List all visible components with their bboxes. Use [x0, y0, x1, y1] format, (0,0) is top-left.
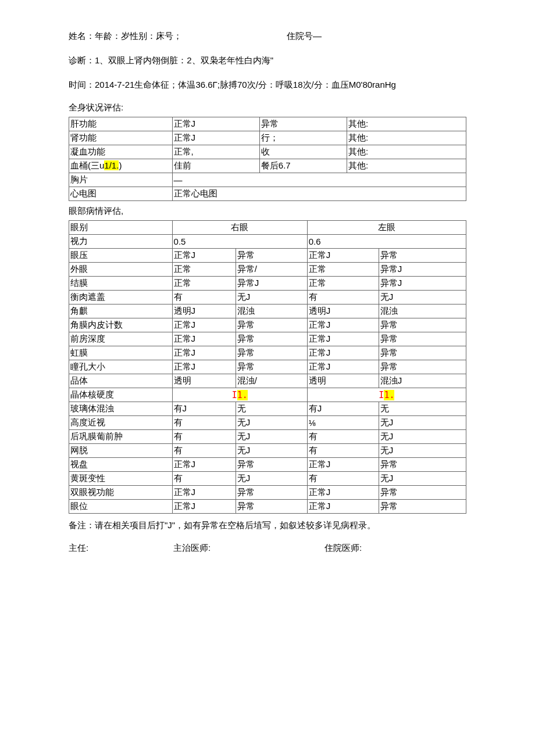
eye-vision-left: 0.6 [307, 235, 466, 249]
eye-cell: 混浊 [379, 304, 466, 318]
eye-cell: 混浊 [236, 304, 307, 318]
eye-cell: 正常J [307, 332, 379, 346]
eye-cell: 正常J [172, 318, 236, 332]
eye-cell: 有J [307, 402, 379, 416]
systemic-c1: 正常J [172, 131, 259, 145]
eye-row-label: 视力 [69, 235, 173, 249]
eye-cell: 透明 [172, 374, 236, 388]
eye-cell: 正常 [307, 277, 379, 291]
eye-cell: 透明J [307, 304, 379, 318]
eye-row: 玻璃体混浊有J无有J无 [69, 402, 466, 416]
eye-row-label: 前房深度 [69, 332, 173, 346]
eye-row: 外眼正常异常/正常异常J [69, 263, 466, 277]
eye-cell: 异常 [236, 346, 307, 360]
eye-row: 网脱有无J有无J [69, 444, 466, 458]
eye-row: 前房深度正常J异常正常J异常 [69, 332, 466, 346]
eye-row-label: 眼压 [69, 249, 173, 263]
eye-header-label: 眼别 [69, 221, 173, 235]
eye-cell: 无J [236, 430, 307, 444]
eye-cell: 有 [307, 472, 379, 486]
eye-cell: 正常J [307, 346, 379, 360]
eye-cell: 有 [172, 291, 236, 304]
eye-row: 衡肉遮盖有无J有无J [69, 291, 466, 304]
eye-cell: 有 [172, 430, 236, 444]
eye-cell: 透明J [172, 304, 236, 318]
systemic-wide-row: 胸片— [69, 173, 466, 187]
eye-nucleus-cell: I1. [307, 388, 466, 402]
eye-cell: 异常 [379, 318, 466, 332]
eye-cell: 无J [236, 291, 307, 304]
eye-cell: 异常 [379, 249, 466, 263]
eye-cell: 正常J [172, 500, 236, 514]
note-line: 备注：请在相关项目后打"J"，如有异常在空格后埴写，如叙述较多详见病程录。 [69, 518, 466, 532]
eye-row: 虹膜正常J异常正常J异常 [69, 346, 466, 360]
eye-row-label: 衡肉遮盖 [69, 291, 173, 304]
eye-cell: 无J [236, 416, 307, 430]
eye-cell: 有 [307, 430, 379, 444]
eye-row: 视盘正常J异常正常J异常 [69, 458, 466, 472]
systemic-c2: 收 [259, 145, 347, 159]
systemic-c2: 异常 [259, 117, 347, 131]
eye-row-label: 外眼 [69, 263, 173, 277]
eye-cell: 正常J [307, 360, 379, 374]
eye-cell: 正常 [307, 263, 379, 277]
eye-row-label: 黄斑变性 [69, 472, 173, 486]
eye-cell: 异常 [379, 500, 466, 514]
eye-header-right: 右眼 [172, 221, 307, 235]
patient-info-line: 姓名：年龄：岁性别：床号； 住院号— [69, 29, 466, 43]
eye-cell: 异常 [236, 332, 307, 346]
eye-cell: 正常J [307, 249, 379, 263]
systemic-label: 肝功能 [69, 117, 173, 131]
eye-nucleus-row: 晶体核硬度I1.I1. [69, 388, 466, 402]
eye-cell: 异常J [236, 277, 307, 291]
eye-row-label: 角膜内皮计数 [69, 318, 173, 332]
eye-row: 眼压正常J异常正常J异常 [69, 249, 466, 263]
eye-cell: 正常J [172, 486, 236, 500]
systemic-label: 胸片 [69, 173, 173, 187]
eye-cell: 正常J [172, 249, 236, 263]
systemic-value: 正常心电图 [172, 187, 466, 201]
eye-row: 高度近视有无J⅛无J [69, 416, 466, 430]
vitals-line: 时间：2014-7-21生命体征；体温36.6Γ;脉搏70次/分：呼吸18次/分… [69, 78, 466, 92]
eye-cell: 正常J [172, 458, 236, 472]
signature-row: 主任: 主治医师: 住院医师: [69, 543, 466, 554]
systemic-c1: 佳前 [172, 159, 259, 173]
systemic-c2: 行； [259, 131, 347, 145]
eye-cell: 正常J [307, 458, 379, 472]
eye-cell: 无J [379, 430, 466, 444]
eye-cell: 透明 [307, 374, 379, 388]
systemic-c3: 其他: [347, 159, 466, 173]
eye-cell: 异常 [236, 486, 307, 500]
eye-cell: 异常 [236, 500, 307, 514]
eye-cell: 无J [236, 444, 307, 458]
systemic-row: 凝血功能正常,收其他: [69, 145, 466, 159]
eye-nucleus-cell: I1. [172, 388, 307, 402]
patient-info-left: 姓名：年龄：岁性别：床号； [69, 29, 182, 43]
eye-cell: 异常J [379, 263, 466, 277]
eye-cell: 正常J [307, 486, 379, 500]
eye-cell: 无J [379, 291, 466, 304]
eye-row: 结膜正常异常J正常异常J [69, 277, 466, 291]
eye-cell: 无J [236, 472, 307, 486]
eye-cell: 异常 [236, 318, 307, 332]
eye-row: 角麒透明J混浊透明J混浊 [69, 304, 466, 318]
patient-info-right: 住院号— [287, 29, 322, 43]
eye-cell: 异常/ [236, 263, 307, 277]
eye-cell: 正常 [172, 263, 236, 277]
eye-cell: 正常J [172, 360, 236, 374]
systemic-c3: 其他: [347, 117, 466, 131]
eye-table: 眼别右眼左眼视力0.50.6眼压正常J异常正常J异常外眼正常异常/正常异常J结膜… [69, 220, 466, 514]
systemic-label: 凝血功能 [69, 145, 173, 159]
eye-header-row: 眼别右眼左眼 [69, 221, 466, 235]
eye-cell: 正常J [307, 318, 379, 332]
systemic-wide-row: 心电图正常心电图 [69, 187, 466, 201]
eye-cell: 异常 [236, 458, 307, 472]
eye-vision-row: 视力0.50.6 [69, 235, 466, 249]
eye-cell: 正常J [307, 500, 379, 514]
eye-row-label: 后巩膜葡前肿 [69, 430, 173, 444]
eye-row-label: 品体 [69, 374, 173, 388]
eye-cell: 正常 [172, 277, 236, 291]
eye-cell: 正常J [172, 332, 236, 346]
eye-row: 角膜内皮计数正常J异常正常J异常 [69, 318, 466, 332]
sign-attending: 主治医师: [173, 543, 324, 554]
